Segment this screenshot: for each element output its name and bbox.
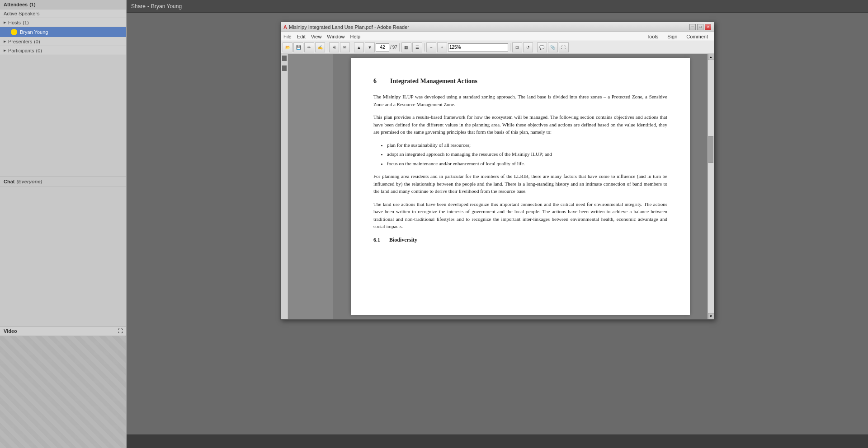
pdf-main: 6 Integrated Management Actions The Misi… [333, 54, 708, 319]
pdf-bullet-list: plan for the sustainability of all resou… [387, 141, 667, 168]
zoom-input[interactable] [448, 43, 508, 51]
active-speakers-label: Active Speakers [4, 11, 39, 16]
page-separator: / [390, 45, 392, 50]
video-header: Video ⛶ [0, 327, 126, 336]
separator-3 [399, 43, 400, 51]
hand-button[interactable]: ☰ [412, 42, 422, 52]
share-content: A Misinipy Integrated Land Use Plan.pdf … [127, 13, 868, 434]
subsection-title: Biodiversity [389, 236, 417, 244]
print-button[interactable]: 🖨 [329, 42, 339, 52]
pdf-window: A Misinipy Integrated Land Use Plan.pdf … [280, 22, 714, 320]
attachment-panel-icon[interactable] [282, 65, 287, 71]
menu-help[interactable]: Help [350, 34, 360, 39]
page-total: 97 [392, 45, 397, 50]
video-label: Video [4, 328, 17, 334]
scroll-track[interactable] [708, 60, 714, 313]
chat-area [0, 187, 126, 327]
presenters-expand-icon: ▸ [4, 38, 6, 44]
host-item[interactable]: Bryan Young [0, 27, 126, 37]
pdf-para2: This plan provides a results-based frame… [373, 113, 667, 136]
chat-label: Chat [4, 179, 14, 184]
menu-file[interactable]: File [283, 34, 292, 39]
pdf-title-bar: A Misinipy Integrated Land Use Plan.pdf … [281, 22, 714, 32]
hosts-label: Hosts [8, 20, 21, 25]
pdf-window-title: Misinipy Integrated Land Use Plan.pdf - … [289, 24, 409, 30]
sign-button[interactable]: Sign [664, 33, 680, 41]
host-icon [11, 29, 17, 35]
tools-button[interactable]: Tools [644, 33, 662, 41]
pdf-menu-bar: File Edit View Window Help Tools Sign Co… [281, 32, 714, 41]
separator-2 [352, 43, 352, 51]
pdf-nav-panel [288, 54, 333, 319]
bullet-item-1: plan for the sustainability of all resou… [387, 141, 667, 149]
select-button[interactable]: ▦ [401, 42, 411, 52]
host-name: Bryan Young [20, 29, 48, 35]
pdf-title-text: A Misinipy Integrated Land Use Plan.pdf … [283, 24, 409, 30]
comment-tb-button[interactable]: 💬 [537, 42, 547, 52]
fit-button[interactable]: ⊡ [512, 42, 522, 52]
open-button[interactable]: 📂 [283, 42, 292, 52]
attendees-empty-area [0, 55, 126, 177]
scroll-thumb[interactable] [708, 136, 713, 163]
pdf-page[interactable]: 6 Integrated Management Actions The Misi… [351, 58, 690, 315]
comment-button[interactable]: Comment [683, 33, 711, 41]
section-heading: 6 Integrated Management Actions [373, 76, 667, 86]
participants-label: Participants [8, 48, 34, 53]
pdf-para4: The land use actions that have been deve… [373, 201, 667, 230]
presenters-row[interactable]: ▸ Presenters (0) [0, 37, 126, 46]
separator-6 [535, 43, 535, 51]
bullet-item-2: adopt an integrated approach to managing… [387, 150, 667, 158]
menu-window[interactable]: Window [327, 34, 344, 39]
active-speakers-row[interactable]: Active Speakers [0, 9, 126, 18]
subsection-number: 6.1 [373, 236, 380, 244]
zoom-in-button[interactable]: + [437, 42, 447, 52]
bottom-bar [127, 434, 868, 448]
page-number-input[interactable] [376, 43, 389, 51]
pdf-left-panel [281, 54, 288, 319]
chat-header: Chat (Everyone) [0, 177, 126, 187]
bookmark-panel-icon[interactable] [282, 56, 287, 61]
attendees-count: (1) [29, 2, 35, 7]
participants-row[interactable]: ▸ Participants (0) [0, 46, 126, 55]
pdf-para1: The Misinipy ILUP was developed using a … [373, 93, 667, 108]
attach-button[interactable]: 📎 [548, 42, 558, 52]
share-area: Share - Bryan Young A Misinipy Integrate… [127, 0, 868, 448]
save-button[interactable]: 💾 [293, 42, 303, 52]
attendees-label: Attendees [4, 2, 28, 7]
menu-edit[interactable]: Edit [297, 34, 306, 39]
rotate-button[interactable]: ↺ [523, 42, 533, 52]
share-label: Share [131, 3, 146, 9]
maximize-button[interactable]: □ [697, 24, 703, 30]
prev-page-button[interactable]: ▲ [354, 42, 364, 52]
pdf-toolbar: 📂 💾 ✏ ✍ 🖨 ✉ ▲ ▼ / 97 ▦ ☰ [281, 41, 714, 54]
presenters-count: (0) [34, 39, 40, 44]
scroll-down-button[interactable]: ▼ [708, 313, 714, 319]
presenters-label: Presenters [8, 39, 32, 44]
expand-video-icon[interactable]: ⛶ [118, 328, 123, 334]
chat-audience: (Everyone) [16, 179, 42, 184]
section-title: Integrated Management Actions [390, 76, 477, 86]
pdf-right-buttons: Tools Sign Comment [644, 33, 711, 41]
presenter-name: Bryan Young [151, 3, 182, 9]
sign-tb-button[interactable]: ✍ [315, 42, 325, 52]
hosts-row[interactable]: ▸ Hosts (1) [0, 18, 126, 27]
separator-5 [510, 43, 510, 51]
full-screen-button[interactable]: ⛶ [559, 42, 569, 52]
menu-view[interactable]: View [311, 34, 322, 39]
scroll-up-button[interactable]: ▲ [708, 54, 714, 60]
participants-count: (0) [36, 48, 42, 53]
email-button[interactable]: ✉ [340, 42, 350, 52]
pdf-para3: For planning area residents and in parti… [373, 173, 667, 195]
pdf-body: 6 Integrated Management Actions The Misi… [281, 54, 714, 319]
attendees-header: Attendees (1) [0, 0, 126, 9]
pdf-scrollbar: ▲ ▼ [708, 54, 714, 319]
edit-button[interactable]: ✏ [304, 42, 314, 52]
hosts-count: (1) [23, 20, 28, 25]
close-button[interactable]: ✕ [705, 24, 711, 30]
separator-1 [327, 43, 327, 51]
bullet-item-3: focus on the maintenance and/or enhancem… [387, 160, 667, 168]
zoom-out-button[interactable]: − [426, 42, 436, 52]
minimize-button[interactable]: ─ [689, 24, 696, 30]
share-header: Share - Bryan Young [127, 0, 868, 13]
next-page-button[interactable]: ▼ [365, 42, 375, 52]
